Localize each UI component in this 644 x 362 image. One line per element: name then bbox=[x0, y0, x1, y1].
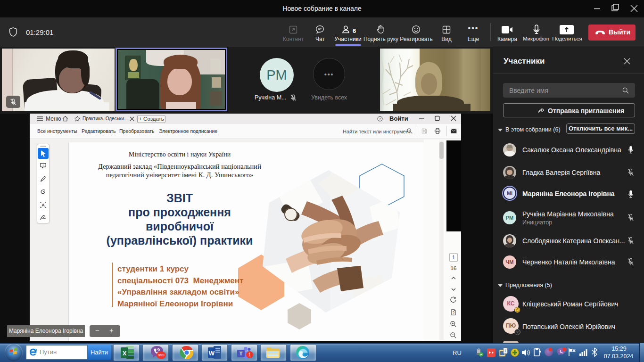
svg-text:T: T bbox=[239, 351, 243, 356]
svg-text:W: W bbox=[209, 350, 215, 357]
svg-text:5: 5 bbox=[453, 311, 454, 314]
svg-text:?: ? bbox=[379, 117, 381, 121]
svg-text:A: A bbox=[41, 203, 45, 207]
svg-text:X: X bbox=[123, 350, 127, 357]
